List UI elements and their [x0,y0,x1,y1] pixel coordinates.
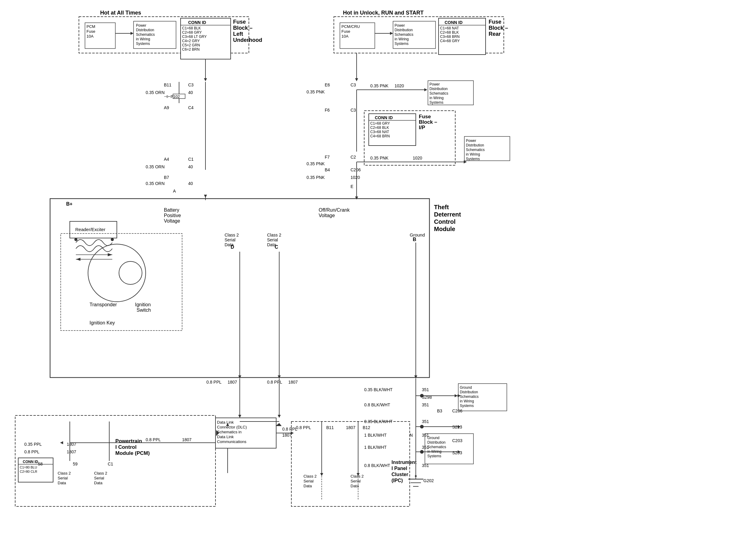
svg-text:C2: C2 [351,155,356,160]
svg-text:⊣⊢P102: ⊣⊢P102 [164,94,180,99]
svg-text:0.35 PNK: 0.35 PNK [370,83,389,88]
svg-text:Communications: Communications [217,439,246,444]
wiring-diagram-svg: Hot at All Times PCM Fuse 10A Power Dist… [0,0,756,534]
svg-point-244 [415,475,417,477]
svg-text:Connector (DLC): Connector (DLC) [217,425,247,429]
svg-text:Control: Control [434,218,455,225]
svg-text:Instrument: Instrument [392,460,417,465]
svg-text:0.8 BLK/WHT: 0.8 BLK/WHT [364,463,390,468]
svg-text:0.35 ORN: 0.35 ORN [146,181,165,186]
svg-text:1 BLK/WHT: 1 BLK/WHT [364,433,387,438]
svg-text:C4=68 BRN: C4=68 BRN [370,134,390,138]
svg-text:Serial: Serial [351,479,361,483]
svg-text:Schematics: Schematics [427,445,446,449]
svg-text:Distribution: Distribution [394,28,413,32]
svg-text:Fuse: Fuse [489,19,501,25]
svg-text:Serial: Serial [94,476,104,480]
svg-text:C3: C3 [351,83,356,87]
svg-text:Power: Power [394,23,405,28]
svg-text:Ground: Ground [460,385,472,390]
svg-text:1807: 1807 [282,433,292,438]
svg-text:0.8 PPL: 0.8 PPL [296,425,311,430]
svg-text:C5=2 GRN: C5=2 GRN [182,43,200,47]
svg-text:C2=80 CLR: C2=80 CLR [20,470,37,473]
svg-text:Serial: Serial [304,479,313,483]
svg-point-146 [111,238,114,241]
svg-text:B: B [413,237,417,242]
svg-text:40: 40 [188,90,193,95]
svg-text:CONN ID: CONN ID [445,20,463,25]
hot-at-all-times-label: Hot at All Times [100,10,141,16]
svg-text:C1: C1 [108,462,113,466]
svg-text:10A: 10A [341,34,348,38]
svg-text:B3: B3 [437,408,442,413]
svg-text:Powertrain: Powertrain [115,438,142,444]
svg-text:C2=68 GRY: C2=68 GRY [182,30,202,35]
svg-text:351: 351 [422,419,429,424]
svg-text:B11: B11 [326,425,334,430]
svg-text:B+: B+ [66,201,72,207]
svg-text:Schematics in: Schematics in [217,430,242,434]
svg-text:Data: Data [225,242,234,247]
svg-text:PCM/CRU: PCM/CRU [341,24,360,29]
svg-text:1 BLK/WHT: 1 BLK/WHT [364,445,387,450]
svg-text:Voltage: Voltage [164,218,180,223]
svg-text:N: N [410,433,413,438]
svg-text:C203: C203 [452,438,463,443]
svg-text:351: 351 [422,433,429,438]
svg-text:0.8 BLK/WHT: 0.8 BLK/WHT [364,402,390,407]
svg-text:B12: B12 [363,425,370,430]
svg-text:58: 58 [38,462,43,466]
svg-text:Distribution: Distribution [460,390,478,394]
svg-text:Power: Power [466,139,476,143]
svg-text:C1: C1 [188,157,194,162]
svg-text:Cluster: Cluster [392,472,408,477]
svg-text:C4=68 GRY: C4=68 GRY [440,39,460,43]
svg-text:Theft: Theft [434,204,449,211]
svg-text:351: 351 [422,463,429,468]
svg-text:Class 2: Class 2 [225,233,239,238]
svg-text:0.35 PNK: 0.35 PNK [370,156,389,161]
svg-text:C3: C3 [188,83,194,87]
svg-text:351: 351 [422,402,429,407]
svg-text:Schematics: Schematics [429,91,448,95]
svg-text:Class 2: Class 2 [58,471,71,475]
svg-text:0.35 PNK: 0.35 PNK [307,89,325,94]
svg-text:0.35 ORN: 0.35 ORN [146,165,165,169]
svg-text:1807: 1807 [67,449,76,454]
svg-text:in Wiring: in Wiring [136,37,150,41]
svg-text:C2=68 BLK: C2=68 BLK [440,30,459,35]
svg-text:E: E [351,184,353,189]
svg-text:Data: Data [94,481,103,485]
svg-text:Schematics: Schematics [460,394,479,399]
svg-text:Transponder: Transponder [90,302,117,307]
svg-text:Ignition Key: Ignition Key [90,320,115,325]
svg-text:Systems: Systems [427,454,441,458]
svg-text:59: 59 [73,462,78,466]
svg-text:Fuse: Fuse [341,29,350,34]
svg-text:0.35 BLK/WHT: 0.35 BLK/WHT [364,387,393,392]
svg-text:Data Link: Data Link [217,420,234,424]
svg-text:C6=2 BRN: C6=2 BRN [182,47,200,52]
svg-text:Fuse: Fuse [419,114,431,119]
svg-text:0.35 PPL: 0.35 PPL [24,442,42,447]
svg-text:Switch: Switch [137,308,151,313]
svg-text:Class 2: Class 2 [94,471,107,475]
svg-text:Serial: Serial [58,476,68,480]
svg-text:Class 2: Class 2 [267,233,281,238]
svg-text:Block –: Block – [233,25,253,31]
svg-text:0.8 PPL: 0.8 PPL [206,380,222,385]
svg-text:CONN ID: CONN ID [23,460,38,464]
svg-text:A9: A9 [164,105,169,110]
svg-text:1807: 1807 [346,425,355,430]
svg-text:Ground: Ground [410,232,425,238]
svg-text:I/P: I/P [419,125,425,130]
svg-text:Systems: Systems [429,100,444,105]
svg-text:in Wiring: in Wiring [394,37,409,41]
svg-text:Class 2: Class 2 [304,474,316,478]
svg-text:1807: 1807 [288,380,298,385]
svg-text:Fuse: Fuse [87,29,95,34]
svg-text:A: A [173,189,176,193]
diagram-container: Hot at All Times PCM Fuse 10A Power Dist… [0,0,756,534]
svg-text:Power: Power [429,82,440,87]
